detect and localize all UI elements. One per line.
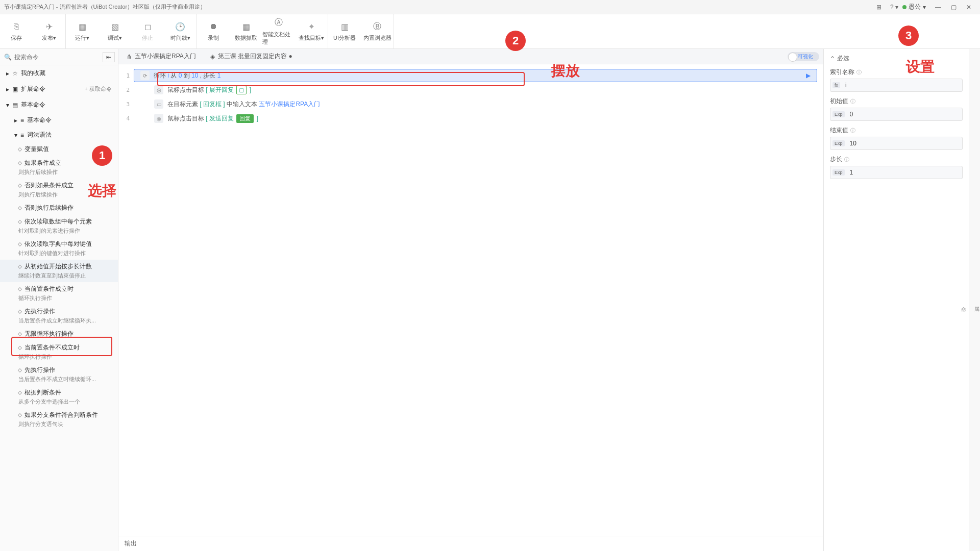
record-button[interactable]: ⏺录制: [197, 14, 230, 48]
cmd-item-7[interactable]: 当前置条件成立时循环执行操作: [0, 282, 118, 305]
help-icon[interactable]: ? ▾: [887, 2, 901, 12]
collapse-sidebar-button[interactable]: ⇤: [103, 52, 115, 62]
target-icon: ⌖: [306, 21, 317, 32]
prop-label-3: 步长 ⓘ: [830, 155, 963, 164]
bug-icon: ▧: [109, 21, 120, 32]
cmd-item-5[interactable]: 依次读取字典中每对键值针对取到的键值对进行操作: [0, 237, 118, 260]
run-button[interactable]: ▦运行▾: [66, 14, 99, 48]
browser-icon: Ⓑ: [372, 21, 383, 32]
main-toolbar: ⎘保存 ✈发布▾ ▦运行▾ ▧调试▾ ◻停止 🕒时间线▾ ⏺录制 ▦数据抓取 Ⓐ…: [0, 14, 980, 49]
flow-icon: ⋔: [127, 53, 132, 60]
cmd-item-10[interactable]: 当前置条件不成立时循环执行操作: [0, 341, 118, 363]
stop-icon: ◻: [142, 21, 153, 32]
cat-basic[interactable]: ▾▤基本命令: [0, 97, 118, 113]
title-bar: 节小课搞定RPA入门 - 流程创造者（UiBot Creator）社区版（仅用于…: [0, 0, 980, 14]
publish-button[interactable]: ✈发布▾: [33, 14, 65, 48]
prop-label-1: 初始值 ⓘ: [830, 97, 963, 106]
flow-step-1[interactable]: ⟳循环 i 从 0 到 10 , 步长 1▶: [134, 69, 817, 82]
info-icon[interactable]: ⓘ: [856, 69, 862, 76]
ui-analyzer-button[interactable]: ▥UI分析器: [328, 14, 361, 48]
editor-tabs: ⋔五节小课搞定RPA入门 ◈第三课 批量回复固定内容 ● 可视化: [118, 49, 823, 64]
grid-icon: ▦: [240, 21, 252, 32]
props-section-header[interactable]: ⌃必选: [830, 54, 963, 63]
save-icon: ⎘: [11, 21, 22, 32]
send-icon: ✈: [43, 21, 55, 32]
flow-step-3[interactable]: ▭在目标元素 [ 回复框 ] 中输入文本 五节小课搞定RPA入门: [148, 97, 817, 111]
cmd-item-0[interactable]: 变量赋值: [0, 142, 118, 156]
line-number: 1: [118, 72, 134, 79]
clock-icon: 🕒: [175, 21, 186, 32]
record-icon: ⏺: [208, 21, 219, 32]
user-name: 愚公: [909, 3, 921, 11]
list-icon: ≡: [20, 117, 24, 124]
line-number: 4: [118, 115, 134, 122]
cmd-item-2[interactable]: 否则如果条件成立则执行后续操作: [0, 179, 118, 201]
subcat-basic[interactable]: ▸≡基本命令: [0, 113, 118, 128]
subcat-syntax[interactable]: ▾≡词法语法: [0, 128, 118, 142]
basic-icon: ▤: [12, 102, 18, 109]
cmd-item-6[interactable]: 从初始值开始按步长计数继续计数直至到结束值停止: [0, 260, 118, 282]
cmd-item-4[interactable]: 依次读取数组中每个元素针对取到的元素进行操作: [0, 215, 118, 237]
grid-icon[interactable]: ⊞: [872, 2, 886, 12]
cmd-item-9[interactable]: 无限循环执行操作: [0, 327, 118, 341]
extension-icon: ▣: [12, 86, 18, 93]
browser-button[interactable]: Ⓑ内置浏览器: [361, 14, 394, 48]
minimize-button[interactable]: —: [931, 2, 945, 12]
output-panel[interactable]: 输出: [118, 537, 823, 551]
close-button[interactable]: ✕: [962, 2, 976, 12]
command-sidebar: 🔍 ⇤ ▸☆我的收藏 ▸▣扩展命令+ 获取命令 ▾▤基本命令 ▸≡基本命令 ▾≡…: [0, 49, 118, 551]
cat-favorites[interactable]: ▸☆我的收藏: [0, 65, 118, 81]
tab-lesson3[interactable]: ◈第三课 批量回复固定内容 ●: [206, 50, 297, 63]
stop-button: ◻停止: [131, 14, 164, 48]
cmd-item-13[interactable]: 如果分支条件符合判断条件则执行分支语句块: [0, 408, 118, 431]
maximize-button[interactable]: ▢: [946, 2, 961, 12]
smart-doc-button[interactable]: Ⓐ智能文档处理: [262, 14, 295, 48]
status-dot-icon: [902, 5, 906, 9]
prop-input-3[interactable]: Exp1: [830, 166, 963, 179]
info-icon[interactable]: ⓘ: [844, 156, 849, 163]
timeline-button[interactable]: 🕒时间线▾: [164, 14, 197, 48]
save-button[interactable]: ⎘保存: [0, 14, 33, 48]
cmd-item-8[interactable]: 先执行操作当后置条件成立时继续循环执...: [0, 305, 118, 327]
scrape-button[interactable]: ▦数据抓取: [230, 14, 262, 48]
debug-button[interactable]: ▧调试▾: [99, 14, 131, 48]
find-target-button[interactable]: ⌖查找目标▾: [295, 14, 328, 48]
star-icon: ☆: [12, 70, 18, 77]
list-icon: ≡: [20, 132, 24, 139]
cmd-item-3[interactable]: 否则执行后续操作: [0, 201, 118, 215]
prop-input-0[interactable]: fxi: [830, 79, 963, 92]
flow-editor[interactable]: 1⟳循环 i 从 0 到 10 , 步长 1▶2◎鼠标点击目标 [ 展开回复 ▢…: [118, 64, 823, 537]
tab-project[interactable]: ⋔五节小课搞定RPA入门: [122, 50, 200, 63]
step-icon: ◎: [154, 114, 163, 123]
cat-extensions[interactable]: ▸▣扩展命令+ 获取命令: [0, 81, 118, 97]
window-title: 节小课搞定RPA入门 - 流程创造者（UiBot Creator）社区版（仅用于…: [4, 3, 872, 11]
search-input[interactable]: [12, 52, 101, 63]
step-icon: ◎: [154, 85, 163, 94]
layers-icon: ◈: [210, 53, 215, 60]
cmd-item-11[interactable]: 先执行操作当后置条件不成立时继续循环...: [0, 363, 118, 386]
info-icon[interactable]: ⓘ: [850, 127, 855, 134]
cmd-item-1[interactable]: 如果条件成立则执行后续操作: [0, 156, 118, 179]
prop-input-2[interactable]: Exp10: [830, 137, 963, 150]
prop-label-2: 结束值 ⓘ: [830, 126, 963, 135]
step-icon: ▭: [154, 99, 163, 109]
flow-step-2[interactable]: ◎鼠标点击目标 [ 展开回复 ▢ ]: [148, 83, 817, 96]
info-icon[interactable]: ⓘ: [850, 98, 855, 105]
search-bar: 🔍 ⇤: [0, 49, 118, 65]
flow-step-4[interactable]: ◎鼠标点击目标 [ 发送回复 回复 ]: [148, 112, 817, 125]
acquire-command[interactable]: + 获取命令: [85, 85, 112, 93]
step-icon: ⟳: [140, 71, 150, 80]
right-strip[interactable]: 属 命: [969, 49, 980, 551]
play-icon: ▦: [77, 21, 88, 32]
cmd-item-12[interactable]: 根据判断条件从多个分支中选择出一个: [0, 386, 118, 408]
prop-label-0: 索引名称 ⓘ: [830, 68, 963, 77]
run-step-icon[interactable]: ▶: [806, 72, 811, 79]
ai-icon: Ⓐ: [273, 17, 284, 29]
line-number: 2: [118, 87, 134, 93]
search-icon: 🔍: [3, 54, 12, 61]
analyzer-icon: ▥: [339, 21, 350, 32]
prop-input-1[interactable]: Exp0: [830, 108, 963, 121]
visual-toggle[interactable]: 可视化: [788, 52, 819, 61]
user-menu[interactable]: 愚公 ▾: [902, 3, 926, 11]
line-number: 3: [118, 101, 134, 108]
